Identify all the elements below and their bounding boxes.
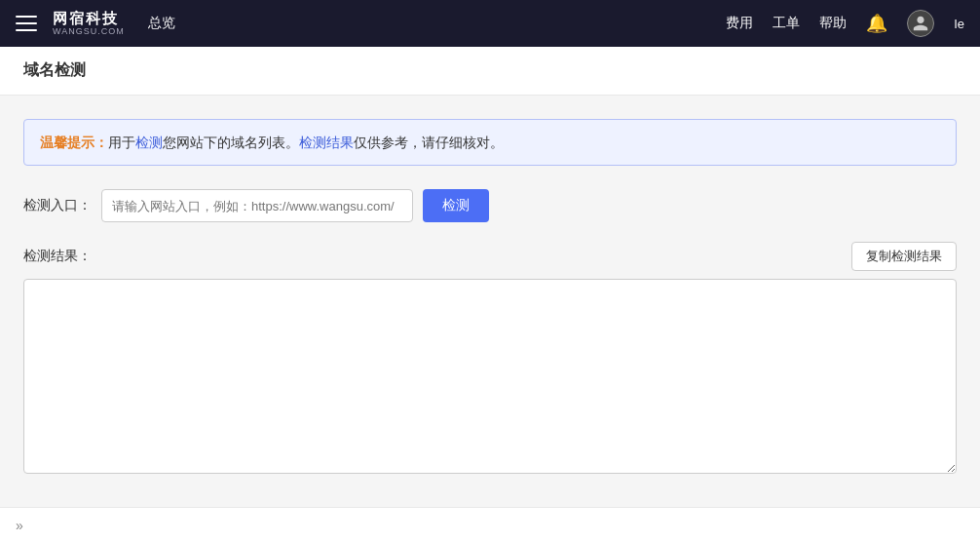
menu-icon[interactable]: [16, 16, 37, 31]
bottom-bar: »: [0, 507, 980, 542]
detect-label: 检测入口：: [23, 197, 92, 214]
main-content: 温馨提示：用于检测您网站下的域名列表。检测结果仅供参考，请仔细核对。 检测入口：…: [0, 96, 980, 507]
user-icon: [912, 15, 929, 32]
results-textarea[interactable]: [23, 279, 957, 474]
nav-ticket[interactable]: 工单: [773, 15, 800, 32]
detect-input-row: 检测入口： 检测: [23, 189, 957, 222]
copy-results-button[interactable]: 复制检测结果: [851, 242, 957, 271]
page-title: 域名检测: [23, 61, 86, 78]
nav-overview[interactable]: 总览: [148, 15, 175, 32]
brand: 网宿科技 WANGSU.COM: [53, 11, 125, 37]
alert-prefix: 温馨提示：: [40, 135, 108, 150]
alert-link-2: 检测结果: [299, 135, 354, 150]
brand-name: 网宿科技: [53, 11, 125, 27]
results-header-row: 检测结果： 复制检测结果: [23, 242, 957, 271]
top-nav: 网宿科技 WANGSU.COM 总览 费用 工单 帮助 🔔 Ie: [0, 0, 980, 47]
username-label[interactable]: Ie: [954, 17, 964, 31]
alert-link-1: 检测: [135, 135, 163, 150]
nav-cost[interactable]: 费用: [726, 15, 753, 32]
brand-sub: WANGSU.COM: [53, 26, 125, 36]
detect-button[interactable]: 检测: [423, 189, 489, 222]
nav-right: 费用 工单 帮助 🔔 Ie: [726, 10, 964, 37]
nav-help[interactable]: 帮助: [819, 15, 847, 32]
page-title-bar: 域名检测: [0, 47, 980, 96]
alert-box: 温馨提示：用于检测您网站下的域名列表。检测结果仅供参考，请仔细核对。: [23, 119, 957, 166]
results-label: 检测结果：: [23, 248, 92, 265]
bell-icon[interactable]: 🔔: [866, 13, 887, 34]
avatar[interactable]: [907, 10, 934, 37]
detect-input[interactable]: [101, 189, 413, 222]
alert-text: 用于检测您网站下的域名列表。检测结果仅供参考，请仔细核对。: [108, 135, 504, 150]
expand-arrows[interactable]: »: [16, 518, 23, 533]
